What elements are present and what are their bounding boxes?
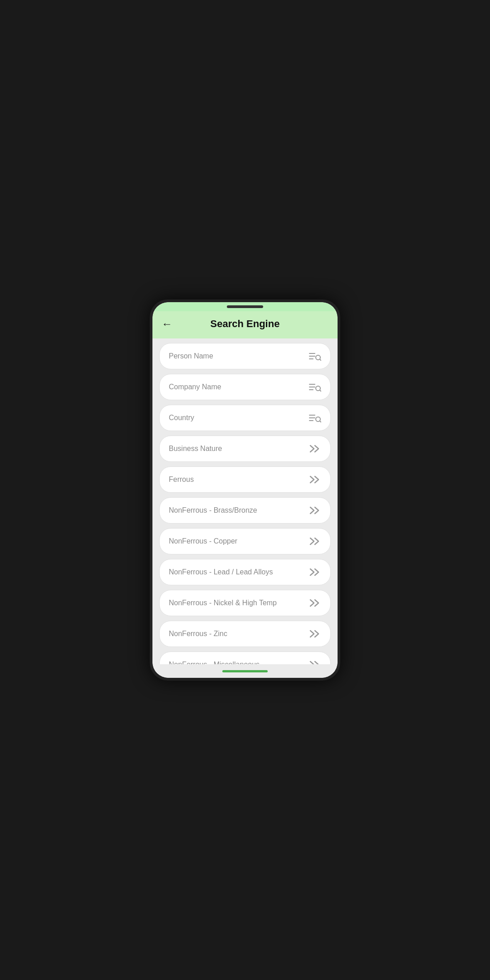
phone-frame: ← Search Engine Person Name Company Name… — [150, 299, 340, 681]
list-item-label-ferrous: Ferrous — [169, 475, 194, 484]
list-item-label-nonferrous-misc: NonFerrous - Miscellaneous — [169, 661, 260, 664]
svg-line-4 — [320, 359, 321, 361]
chevron-double-icon — [309, 568, 321, 577]
list-item-nonferrous-zinc[interactable]: NonFerrous - Zinc — [159, 621, 331, 647]
chevron-double-icon — [309, 629, 321, 638]
list-item-label-country: Country — [169, 414, 194, 422]
list-item-nonferrous-nickel[interactable]: NonFerrous - Nickel & High Temp — [159, 590, 331, 616]
list-item-nonferrous-lead[interactable]: NonFerrous - Lead / Lead Alloys — [159, 559, 331, 585]
search-list-icon — [309, 382, 321, 392]
list-item-nonferrous-misc[interactable]: NonFerrous - Miscellaneous — [159, 652, 331, 664]
chevron-double-icon — [309, 598, 321, 608]
list-item-ferrous[interactable]: Ferrous — [159, 466, 331, 493]
list-item-nonferrous-copper[interactable]: NonFerrous - Copper — [159, 528, 331, 554]
content-area: Person Name Company Name Country Busines… — [152, 338, 338, 664]
chevron-double-icon — [309, 537, 321, 546]
svg-line-9 — [320, 390, 321, 392]
list-item-label-nonferrous-zinc: NonFerrous - Zinc — [169, 630, 227, 638]
back-button[interactable]: ← — [162, 318, 172, 329]
bottom-bar — [152, 664, 338, 678]
list-item-label-nonferrous-lead: NonFerrous - Lead / Lead Alloys — [169, 568, 273, 576]
chevron-double-icon — [309, 660, 321, 664]
page-title: Search Engine — [211, 318, 280, 330]
list-item-person-name[interactable]: Person Name — [159, 343, 331, 369]
list-item-label-nonferrous-brass: NonFerrous - Brass/Bronze — [169, 506, 257, 514]
chevron-double-icon — [309, 444, 321, 453]
header: ← Search Engine — [152, 311, 338, 338]
chevron-double-icon — [309, 475, 321, 484]
list-item-label-nonferrous-copper: NonFerrous - Copper — [169, 537, 237, 545]
status-bar — [152, 302, 338, 311]
list-item-label-company-name: Company Name — [169, 383, 221, 391]
list-item-label-person-name: Person Name — [169, 352, 213, 360]
list-item-label-nonferrous-nickel: NonFerrous - Nickel & High Temp — [169, 599, 277, 607]
list-item-nonferrous-brass[interactable]: NonFerrous - Brass/Bronze — [159, 497, 331, 524]
search-list-icon — [309, 413, 321, 422]
list-item-company-name[interactable]: Company Name — [159, 374, 331, 400]
phone-inner: ← Search Engine Person Name Company Name… — [152, 302, 338, 678]
svg-line-14 — [320, 421, 321, 422]
list-item-label-business-nature: Business Nature — [169, 445, 222, 453]
search-list-icon — [309, 352, 321, 361]
list-item-business-nature[interactable]: Business Nature — [159, 436, 331, 462]
list-item-country[interactable]: Country — [159, 405, 331, 431]
home-indicator — [222, 670, 268, 672]
chevron-double-icon — [309, 506, 321, 515]
status-bar-notch — [227, 305, 263, 308]
